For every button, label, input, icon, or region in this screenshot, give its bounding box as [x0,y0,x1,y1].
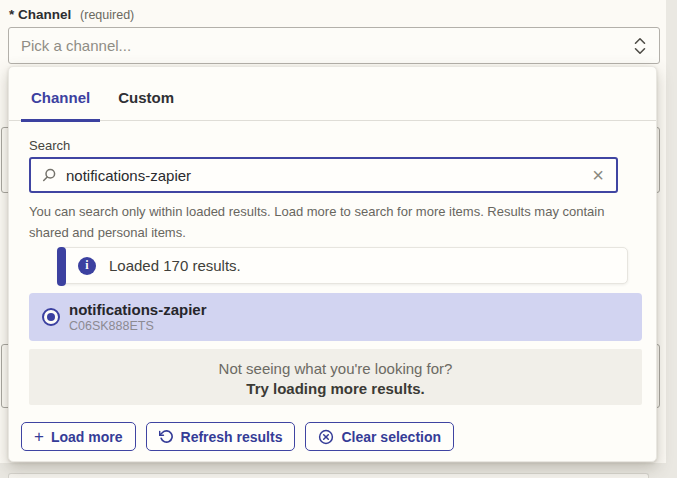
radio-selected-icon[interactable] [42,308,60,326]
field-label: * Channel (required) [9,7,134,22]
required-marker: * [9,7,14,22]
required-note: (required) [80,8,134,22]
search-icon [41,167,57,183]
channel-picker-screen: * Channel (required) Pick a channel... C… [0,0,677,478]
search-label: Search [29,138,70,153]
loaded-results-alert: i Loaded 170 results. [58,247,628,284]
plus-icon: + [34,428,44,445]
search-help-text: You can search only within loaded result… [29,201,635,243]
tab-custom[interactable]: Custom [108,89,184,120]
channel-select[interactable]: Pick a channel... [8,27,660,64]
result-item-selected[interactable]: notifications-zapier C06SK888ETS [29,293,642,341]
tab-bar: Channel Custom [9,67,656,121]
load-more-label: Load more [51,429,123,445]
field-label-text: Channel [18,7,71,22]
hint-suggestion: Try loading more results. [29,379,642,398]
page-background-right [666,0,677,478]
search-field: × [29,157,618,193]
result-title: notifications-zapier [69,301,207,318]
not-seeing-hint: Not seeing what you're looking for? Try … [29,349,642,405]
clear-selection-button[interactable]: Clear selection [305,422,454,451]
channel-dropdown-panel: Channel Custom Search × You can search o… [8,66,657,462]
footer-actions: + Load more Refresh results Clear select… [21,422,454,451]
x-circle-icon [318,429,334,445]
alert-accent-bar [57,247,66,286]
alert-message: Loaded 170 results. [109,257,241,274]
hint-question: Not seeing what you're looking for? [29,359,642,378]
tab-channel[interactable]: Channel [21,89,100,120]
obscured-next-field [8,473,649,478]
info-icon: i [78,257,96,275]
load-more-button[interactable]: + Load more [21,422,136,451]
refresh-results-button[interactable]: Refresh results [146,422,296,451]
result-text: notifications-zapier C06SK888ETS [69,301,207,334]
radio-dot [47,313,55,321]
result-subtitle: C06SK888ETS [69,319,207,334]
refresh-icon [159,429,174,444]
chevron-up-down-icon [633,36,647,56]
refresh-results-label: Refresh results [181,429,283,445]
search-input[interactable] [66,167,590,184]
clear-selection-label: Clear selection [341,429,441,445]
clear-search-icon[interactable]: × [590,165,606,185]
select-placeholder: Pick a channel... [21,37,633,54]
